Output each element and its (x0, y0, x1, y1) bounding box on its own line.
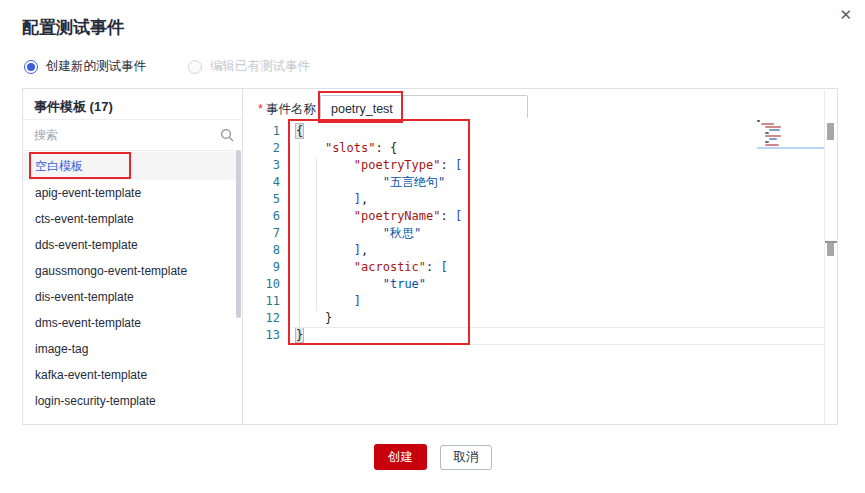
line-number: 5 (250, 191, 280, 208)
code-text: "poetryType": [ (296, 157, 462, 174)
scrollbar-track (824, 90, 825, 424)
required-asterisk: * (258, 102, 263, 116)
template-list-scrollbar[interactable] (236, 150, 241, 318)
current-line-border (292, 327, 824, 328)
template-list-item[interactable]: 空白模板 (23, 152, 236, 180)
event-mode-radio-group: 创建新的测试事件 编辑已有测试事件 (24, 58, 352, 75)
editor-line: 2 "slots": { (243, 140, 823, 157)
minimap-bar (765, 144, 779, 146)
radio-selected-icon (24, 60, 38, 74)
line-number: 11 (250, 293, 280, 310)
radio-create-new-event[interactable]: 创建新的测试事件 (24, 58, 146, 75)
close-icon[interactable]: ✕ (839, 7, 852, 22)
code-text: } (296, 310, 332, 327)
editor-line: 11 ] (243, 293, 823, 310)
template-list-item[interactable]: apig-event-template (23, 180, 236, 206)
editor-line: 1{ (243, 123, 823, 140)
line-number: 4 (250, 174, 280, 191)
template-panel-header: 事件模板 (17) (34, 98, 230, 116)
template-search-row (23, 120, 242, 151)
editor-line: 10 "true" (243, 276, 823, 293)
indent-guide (316, 158, 317, 311)
configure-test-event-dialog: ✕ 配置测试事件 创建新的测试事件 编辑已有测试事件 事件模板 (17) 空白模… (0, 0, 865, 493)
line-number: 2 (250, 140, 280, 157)
line-number: 13 (250, 327, 280, 344)
template-list-item[interactable]: dds-event-template (23, 232, 236, 258)
line-number: 3 (250, 157, 280, 174)
code-text: } (296, 327, 303, 344)
minimap-bar (765, 132, 769, 134)
line-number: 12 (250, 310, 280, 327)
current-line-border (292, 344, 824, 345)
radio-label: 编辑已有测试事件 (210, 58, 310, 75)
template-list-item[interactable]: cts-event-template (23, 206, 236, 232)
minimap-bar (765, 126, 781, 128)
radio-label: 创建新的测试事件 (46, 58, 146, 75)
event-name-label-row: *事件名称 (258, 101, 316, 118)
dialog-scrollbar-thumb[interactable] (827, 243, 834, 256)
editor-line: 8 ], (243, 242, 823, 259)
minimap-bar (761, 123, 774, 125)
create-button[interactable]: 创建 (374, 444, 427, 470)
indent-guide (299, 141, 300, 328)
minimap-view-line (757, 147, 824, 149)
line-number: 9 (250, 259, 280, 276)
page-title: 配置测试事件 (22, 16, 124, 39)
cancel-button[interactable]: 取消 (440, 445, 492, 470)
code-text: ], (296, 242, 368, 259)
radio-disabled-icon (188, 60, 202, 74)
search-input[interactable] (34, 124, 214, 146)
radio-edit-existing-event[interactable]: 编辑已有测试事件 (188, 58, 310, 75)
annotation-box-template (29, 152, 131, 179)
code-text: ] (296, 293, 361, 310)
line-number: 7 (250, 225, 280, 242)
line-number: 8 (250, 242, 280, 259)
line-number: 10 (250, 276, 280, 293)
template-list-item[interactable]: gaussmongo-event-template (23, 258, 236, 284)
minimap-bar (769, 138, 777, 140)
code-text: { (296, 123, 303, 140)
editor-line: 9 "acrostic": [ (243, 259, 823, 276)
template-list: 空白模板apig-event-templatects-event-templat… (23, 152, 236, 414)
template-list-item[interactable]: login-security-template (23, 388, 236, 414)
code-text: ], (296, 191, 368, 208)
code-text: "acrostic": [ (296, 259, 448, 276)
code-text: "slots": { (296, 140, 397, 157)
minimap-bar (765, 135, 781, 137)
code-text: "秋思" (296, 225, 421, 242)
code-text: "五言绝句" (296, 174, 445, 191)
template-list-item[interactable]: dis-event-template (23, 284, 236, 310)
editor-line: 13} (243, 327, 823, 344)
editor-line: 6 "poetryName": [ (243, 208, 823, 225)
code-text: "poetryName": [ (296, 208, 462, 225)
event-name-label: 事件名称 (266, 102, 316, 116)
minimap-bar (765, 141, 769, 143)
minimap-bar (769, 129, 780, 131)
editor-line: 4 "五言绝句" (243, 174, 823, 191)
json-code-editor[interactable]: 1{2 "slots": {3 "poetryType": [4 "五言绝句"5… (243, 118, 825, 424)
editor-scrollbar-thumb[interactable] (827, 123, 834, 140)
line-number: 6 (250, 208, 280, 225)
editor-line: 3 "poetryType": [ (243, 157, 823, 174)
editor-line: 5 ], (243, 191, 823, 208)
template-list-item[interactable]: image-tag (23, 336, 236, 362)
line-number: 1 (250, 123, 280, 140)
template-list-item[interactable]: dms-event-template (23, 310, 236, 336)
editor-line: 12 } (243, 310, 823, 327)
minimap-bar (757, 120, 760, 122)
search-icon (220, 128, 234, 146)
template-list-item[interactable]: kafka-event-template (23, 362, 236, 388)
editor-line: 7 "秋思" (243, 225, 823, 242)
